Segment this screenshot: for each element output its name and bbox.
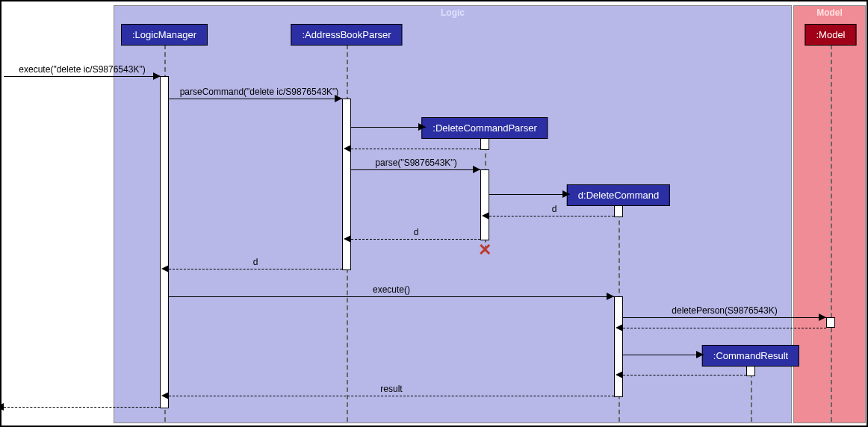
msg-return-external [4,407,161,408]
region-model-title: Model [816,7,843,18]
participant-addressbookparser: :AddressBookParser [291,24,402,46]
arrow-deleteperson [819,314,826,321]
msg-execute-delete [4,76,161,77]
label-return-result: result [380,384,402,394]
activation-commandresult [746,366,755,376]
label-return-d1: d [552,204,557,214]
arrow-return-dcp-created [344,145,351,152]
activation-addressbookparser [342,99,351,270]
msg-deleteperson [623,317,826,318]
activation-deletecommand-1 [614,205,623,217]
sequence-diagram: Logic Model :LogicManager :AddressBookPa… [0,0,868,427]
participant-model: :Model [805,24,856,46]
arrow-parse [473,166,480,173]
arrow-return-result [161,392,169,399]
participant-commandresult: :CommandResult [702,345,799,367]
msg-create-dc [489,194,570,195]
arrow-return-d3 [161,265,169,272]
participant-logicmanager: :LogicManager [121,24,208,46]
participant-deletecommand: d:DeleteCommand [567,184,670,206]
msg-return-d3 [169,269,342,269]
msg-return-cr [623,375,746,375]
msg-execute [169,296,614,297]
activation-model [826,317,835,328]
participant-deletecommandparser: :DeleteCommandParser [421,117,548,139]
arrow-create-dc [562,190,570,198]
lifeline-model [831,45,832,422]
msg-return-d2 [351,239,480,240]
msg-parse [351,169,480,170]
activation-logicmanager [160,76,169,408]
arrow-execute-delete [153,72,161,80]
destroy-icon: ✕ [478,240,492,260]
arrow-execute [607,293,614,300]
msg-create-cr [623,355,704,355]
arrow-create-dcp [418,123,426,131]
region-logic: Logic [114,5,792,423]
label-execute: execute() [373,284,410,295]
label-return-d3: d [253,257,258,267]
activation-deletecommandparser-2 [480,169,489,240]
label-parsecommand: parseCommand("delete ic/S9876543K") [180,87,339,97]
label-return-d2: d [414,227,419,237]
arrow-return-d2 [344,235,351,243]
msg-return-d1 [489,216,614,216]
msg-return-dcp-created [351,149,480,149]
msg-create-dcp [351,127,426,128]
label-execute-delete: execute("delete ic/S9876543K") [19,64,145,75]
label-parse: parse("S9876543K") [375,158,456,168]
arrow-create-cr [696,351,704,358]
region-model: Model [793,5,866,423]
region-logic-title: Logic [441,7,465,18]
label-deleteperson: deletePerson(S9876543K) [672,305,777,316]
arrow-return-model [616,324,623,331]
msg-return-model [623,328,826,328]
activation-deletecommandparser-1 [480,138,489,150]
msg-return-result [169,396,614,396]
arrow-return-external [0,403,4,411]
activation-deletecommand-2 [614,296,623,397]
arrow-return-d1 [482,212,489,219]
arrow-return-cr [616,371,623,378]
msg-parsecommand [169,99,342,99]
